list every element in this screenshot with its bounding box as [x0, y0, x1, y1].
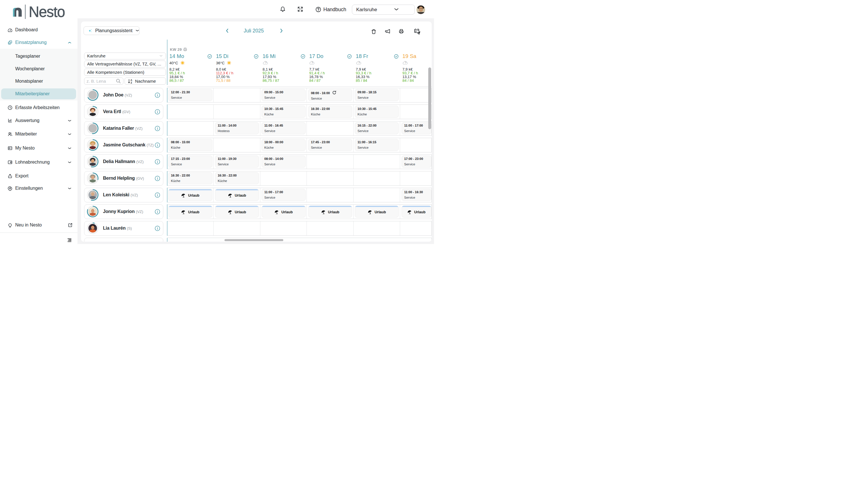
svg-text:?: ? — [358, 61, 360, 64]
svg-text:?: ? — [265, 61, 267, 64]
svg-text:?: ? — [405, 61, 406, 64]
svg-text:Nesto: Nesto — [29, 4, 65, 20]
svg-text:?: ? — [312, 61, 313, 64]
svg-text:Z: Z — [130, 81, 132, 84]
